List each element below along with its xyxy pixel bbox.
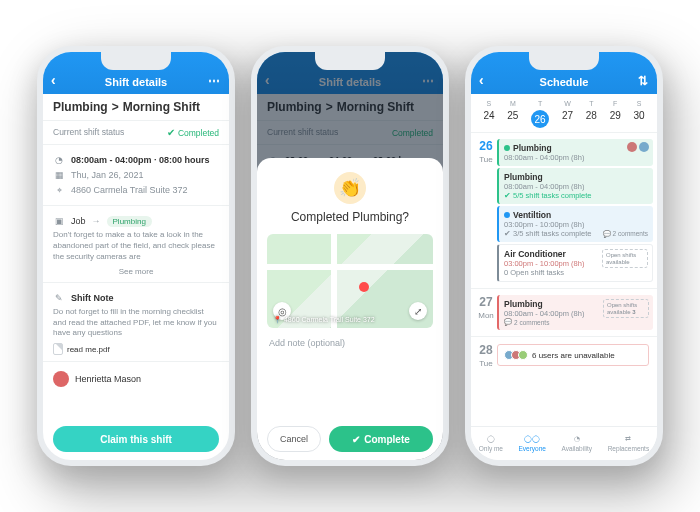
avatar: [639, 142, 649, 152]
arrow-right-icon: →: [92, 216, 101, 226]
back-icon[interactable]: ‹: [51, 72, 56, 88]
status-dot-icon: [504, 145, 510, 151]
users-icon: ◯◯: [524, 435, 540, 443]
phone-complete-modal: ‹ Shift details ⋯ Plumbing > Morning Shi…: [251, 46, 449, 466]
clap-icon: 👏: [334, 172, 366, 204]
breadcrumb: Plumbing > Morning Shift: [43, 94, 229, 121]
avatar: [53, 371, 69, 387]
modal-title: Completed Plumbing?: [257, 210, 443, 224]
job-chip[interactable]: Plumbing: [107, 216, 152, 227]
week-day[interactable]: F29: [610, 100, 621, 128]
week-day[interactable]: W27: [562, 100, 573, 128]
header-title: Shift details: [105, 76, 167, 88]
notch: [529, 52, 599, 70]
shift-note-body: Do not forget to fill in the morning che…: [53, 307, 219, 339]
check-icon: ✔: [352, 434, 360, 445]
tab-everyone[interactable]: ◯◯Everyone: [519, 435, 546, 452]
job-label: Job: [71, 216, 86, 226]
notch: [101, 52, 171, 70]
user-icon: ◯: [487, 435, 495, 443]
week-selector: S24 M25 T26 W27 T28 F29 S30: [471, 94, 657, 133]
week-day[interactable]: M25: [507, 100, 518, 128]
location-icon: ⌖: [53, 184, 65, 196]
attachment-name: read me.pdf: [67, 345, 110, 354]
crumb-shift: Morning Shift: [123, 100, 200, 114]
swap-icon: ⇄: [625, 435, 631, 443]
tab-replacements[interactable]: ⇄Replacements: [608, 435, 650, 452]
crumb-job: Plumbing: [53, 100, 108, 114]
unavailable-banner[interactable]: 6 users are unavailable: [497, 344, 649, 366]
week-day-selected[interactable]: T26: [531, 100, 549, 128]
map-preview[interactable]: ◎ ⤢ 📍 4860 Carmela Trail Suite 372: [267, 234, 433, 328]
shift-note-title: Shift Note: [71, 293, 114, 303]
claim-shift-button[interactable]: Claim this shift: [53, 426, 219, 452]
tab-only-me[interactable]: ◯Only me: [479, 435, 503, 452]
day-dow: Mon: [478, 311, 494, 320]
open-shifts-badge[interactable]: Open shifts available 3: [603, 299, 649, 318]
shift-time: 08:00am - 04:00pm · 08:00 hours: [71, 155, 210, 165]
calendar-icon: ▦: [53, 169, 65, 181]
see-more-link[interactable]: See more: [53, 267, 219, 276]
complete-button[interactable]: ✔Complete: [329, 426, 433, 452]
phone-schedule: ‹ Schedule ⇅ S24 M25 T26 W27 T28 F29 S30…: [465, 46, 663, 466]
note-input[interactable]: Add note (optional): [269, 338, 431, 348]
day-dow: Tue: [479, 155, 493, 164]
map-address: 4860 Carmela Trail Suite 372: [284, 316, 375, 323]
clock-icon: ◔: [574, 435, 580, 443]
shift-card[interactable]: Plumbing 08:00am - 04:00pm (8h): [497, 139, 653, 166]
shift-card[interactable]: Ventiltion 03:00pm - 10:00pm (8h) ✔ 3/5 …: [497, 206, 653, 242]
status-dot-icon: [504, 212, 510, 218]
avatar: [627, 142, 637, 152]
day-number: 27: [479, 295, 492, 309]
notch: [315, 52, 385, 70]
clock-icon: ◔: [53, 154, 65, 166]
comments-link[interactable]: 💬 2 comments: [504, 318, 648, 326]
tab-availability[interactable]: ◔Availability: [562, 435, 593, 452]
briefcase-icon: ▣: [53, 215, 65, 227]
map-pin-label-icon: 📍: [273, 316, 282, 323]
shift-address: 4860 Carmela Trail Suite 372: [71, 185, 188, 195]
expand-icon[interactable]: ⤢: [409, 302, 427, 320]
shift-card[interactable]: Plumbing 08:00am - 04:00pm (8h) ✔ 5/5 sh…: [497, 168, 653, 204]
status-badge: ✔ Completed: [167, 127, 219, 138]
status-label: Current shift status: [53, 127, 124, 138]
shift-card[interactable]: Plumbing 08:00am - 04:00pm (8h) 💬 2 comm…: [497, 295, 653, 330]
settings-icon[interactable]: ⇅: [638, 74, 649, 88]
day-number: 26: [479, 139, 492, 153]
unavailable-text: 6 users are unavailable: [532, 351, 615, 360]
chevron-right-icon: >: [112, 100, 119, 114]
shift-date: Thu, Jan 26, 2021: [71, 170, 144, 180]
bottom-nav: ◯Only me ◯◯Everyone ◔Availability ⇄Repla…: [471, 426, 657, 460]
attachment-row[interactable]: read me.pdf: [53, 343, 219, 355]
week-day[interactable]: S30: [634, 100, 645, 128]
avatar-stack: [504, 350, 528, 360]
back-icon[interactable]: ‹: [479, 72, 484, 88]
open-shifts-badge[interactable]: Open shifts available: [602, 249, 648, 268]
menu-icon[interactable]: ⋯: [208, 74, 221, 88]
comments-link[interactable]: 💬 2 comments: [603, 229, 648, 238]
week-day[interactable]: T28: [586, 100, 597, 128]
file-icon: [53, 343, 63, 355]
map-pin-icon: [359, 282, 369, 292]
week-day[interactable]: S24: [483, 100, 494, 128]
shift-card[interactable]: Air Conditioner 03:00pm - 10:00pm (8h) 0…: [497, 244, 653, 282]
day-dow: Tue: [479, 359, 493, 368]
job-note-text: Don't forget to make a to take a look in…: [53, 230, 219, 262]
check-circle-icon: ✔: [167, 127, 175, 138]
phone-shift-details: ‹ Shift details ⋯ Plumbing > Morning Shi…: [37, 46, 235, 466]
complete-modal: 👏 Completed Plumbing? ◎ ⤢ 📍 4860 Carmela…: [257, 158, 443, 460]
day-number: 28: [479, 343, 492, 357]
assignee-name: Henrietta Mason: [75, 374, 141, 384]
header-title: Schedule: [540, 76, 589, 88]
cancel-button[interactable]: Cancel: [267, 426, 321, 452]
note-icon: ✎: [53, 292, 65, 304]
